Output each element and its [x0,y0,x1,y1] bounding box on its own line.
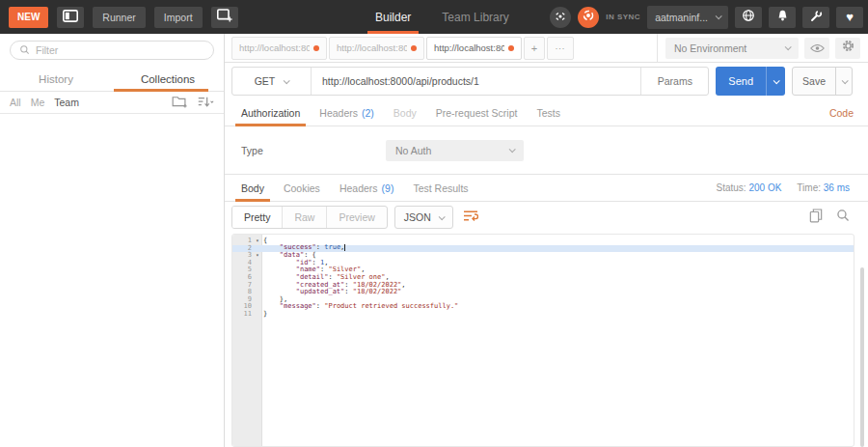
request-tab[interactable]: http://localhost:8000/ [329,37,424,60]
status-label: Status: [717,182,746,193]
tab-collections[interactable]: Collections [112,67,224,91]
user-menu-label: aatmaninf... [655,12,708,23]
sync-button[interactable] [578,7,599,28]
settings-button[interactable] [835,38,860,59]
topbar-tabs: Builder Team Library [371,0,513,34]
topbar-left-group: NEW Runner Import [0,7,238,28]
more-tabs-button[interactable]: ... [547,37,574,60]
chevron-down-icon [716,13,722,19]
response-headers-label: Headers [339,182,378,194]
method-select[interactable]: GET [232,68,312,95]
tab-headers[interactable]: Headers (2) [310,99,384,126]
new-button[interactable]: NEW [9,7,48,28]
environment-label: No Environment [674,42,746,54]
sort-button[interactable] [198,96,214,110]
code-line: 11} [232,311,854,319]
explore-button[interactable] [735,7,762,28]
tab-builder[interactable]: Builder [371,0,415,34]
chevron-down-icon [284,77,290,84]
filter-wrap [0,34,224,67]
request-tab-active[interactable]: http://localhost:8000/ [426,37,522,60]
chevron-down-icon [509,146,516,153]
url-builder: GET Params [231,67,709,96]
auth-type-value: No Auth [395,145,431,156]
new-window-button[interactable] [211,7,238,28]
tab-tests[interactable]: Tests [527,99,570,126]
tab-history[interactable]: History [0,67,112,91]
format-select[interactable]: JSON [394,206,453,229]
topbar: NEW Runner Import Builder Team Library [0,0,868,34]
sidebar-layout-icon [63,9,78,26]
unsaved-dot-icon [508,45,514,51]
request-tab-label: http://localhost:8000/ [239,42,310,53]
code-line: 10 "message": "Product retrieved success… [232,303,854,311]
favorites-button[interactable]: ♥ [836,7,863,28]
view-preview-button[interactable]: Preview [326,207,386,228]
tab-headers-label: Headers [319,107,358,119]
wrap-lines-button[interactable] [460,207,481,228]
send-split-button: Send [716,67,785,96]
send-button[interactable]: Send [716,67,766,96]
url-input[interactable] [312,68,640,95]
bell-icon [776,9,789,26]
user-menu[interactable]: aatmaninf... [647,6,728,29]
save-options-button[interactable] [835,68,852,95]
save-button[interactable]: Save [793,68,835,95]
tab-cookies[interactable]: Cookies [274,175,330,201]
request-editor-tabs: Authorization Headers (2) Body Pre-reque… [225,99,868,126]
send-options-button[interactable] [766,67,785,96]
response-body-code: 1▾{2 "success": true,3▾ "data": {4 "id":… [232,235,854,319]
tab-body[interactable]: Body [384,99,426,126]
unsaved-dot-icon [313,45,319,51]
capture-button[interactable] [550,7,571,28]
copy-button[interactable] [809,209,823,227]
new-folder-button[interactable] [172,95,188,110]
time-label: Time: [797,182,821,193]
main-panel: http://localhost:8000/ http://localhost:… [225,34,868,447]
tab-response-body[interactable]: Body [231,175,274,201]
auth-type-select[interactable]: No Auth [386,140,524,161]
new-window-icon [217,9,232,26]
view-mode-group: Pretty Raw Preview [231,206,388,229]
search-response-button[interactable] [836,209,850,226]
vertical-scrollbar[interactable] [860,267,864,447]
sidebar-toggle-button[interactable] [57,7,84,28]
runner-button[interactable]: Runner [93,7,145,28]
tab-response-headers[interactable]: Headers (9) [330,175,404,201]
environment-preview-button[interactable] [804,38,829,59]
response-toolbar: Pretty Raw Preview JSON [225,202,868,233]
code-line: 8 "updated_at": "18/02/2022" [232,289,854,296]
tab-test-results[interactable]: Test Results [403,175,477,201]
response-section: Body Cookies Headers (9) Test Results St… [225,174,868,447]
sidebar: History Collections All Me Team [0,34,225,447]
environment-select[interactable]: No Environment [665,38,799,59]
code-link[interactable]: Code [829,107,861,119]
tab-team-library[interactable]: Team Library [438,0,512,34]
tab-authorization[interactable]: Authorization [231,99,310,126]
request-builder-row: GET Params Send Save [225,63,868,99]
view-raw-button[interactable]: Raw [282,207,326,228]
sync-icon [582,9,595,26]
request-tab[interactable]: http://localhost:8000/ [231,37,327,60]
code-line: 2 "success": true, [232,245,854,253]
response-body-editor[interactable]: 1▾{2 "success": true,3▾ "data": {4 "id":… [231,234,854,447]
notifications-button[interactable] [769,7,796,28]
add-tab-button[interactable]: + [524,37,545,60]
response-headers-count-badge: (9) [382,182,394,194]
save-split-button: Save [792,67,853,96]
scope-all[interactable]: All [10,97,21,108]
filter-input[interactable] [36,44,204,56]
scope-me[interactable]: Me [31,97,45,108]
import-button[interactable]: Import [154,7,203,28]
response-tabs: Body Cookies Headers (9) Test Results St… [225,175,868,202]
time-value: 36 ms [824,182,850,193]
sidebar-tabs: History Collections [0,67,224,92]
view-pretty-button[interactable]: Pretty [232,207,282,228]
format-label: JSON [404,211,431,223]
scope-team[interactable]: Team [54,97,79,108]
gear-icon [841,39,855,57]
params-button[interactable]: Params [640,68,708,95]
tab-pre-request-script[interactable]: Pre-request Script [426,99,528,126]
settings-tools-button[interactable] [802,7,829,28]
request-tab-label: http://localhost:8000/ [337,42,407,53]
